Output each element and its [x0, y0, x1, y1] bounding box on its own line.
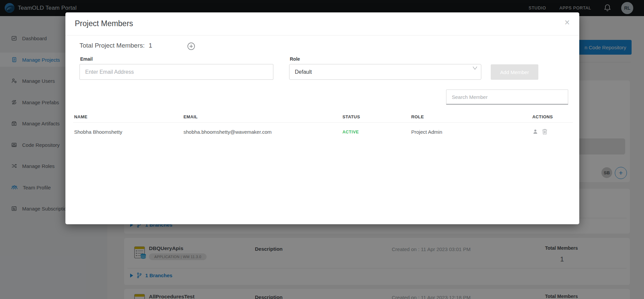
email-field[interactable] — [79, 64, 273, 80]
member-profile-icon[interactable] — [532, 129, 538, 135]
member-role: Project Admin — [411, 129, 442, 135]
column-header-status: STATUS — [342, 114, 360, 119]
role-selected-value: Default — [295, 69, 312, 75]
member-name: Shobha Bhoomshetty — [74, 129, 122, 135]
modal-header-divider — [65, 35, 579, 36]
table-header-divider — [73, 122, 573, 123]
chevron-down-icon — [472, 66, 478, 70]
column-header-actions: ACTIONS — [532, 114, 553, 119]
column-header-name: NAME — [74, 114, 88, 119]
screen: TeamOLD Team Portal STUDIO APPS PORTAL R… — [0, 0, 644, 299]
column-header-role: ROLE — [411, 114, 424, 119]
role-label: Role — [290, 56, 300, 62]
modal-title: Project Members — [75, 19, 133, 28]
add-member-plus-icon[interactable] — [187, 42, 195, 50]
role-select[interactable]: Default — [289, 64, 481, 80]
email-label: Email — [80, 56, 93, 62]
member-status-badge: ACTIVE — [342, 130, 359, 134]
total-members-row: Total Project Members: 1 — [79, 42, 152, 49]
member-email: shobha.bhoomshetty@wavemaker.com — [183, 129, 272, 135]
project-members-modal: Project Members × Total Project Members:… — [65, 12, 579, 224]
total-project-members-label: Total Project Members: — [79, 42, 145, 49]
delete-member-trash-icon[interactable] — [542, 128, 547, 135]
add-member-button[interactable]: Add Member — [491, 64, 538, 80]
close-icon[interactable]: × — [561, 16, 573, 28]
search-member-input[interactable] — [446, 89, 568, 105]
total-project-members-value: 1 — [149, 42, 152, 49]
column-header-email: EMAIL — [183, 114, 198, 119]
